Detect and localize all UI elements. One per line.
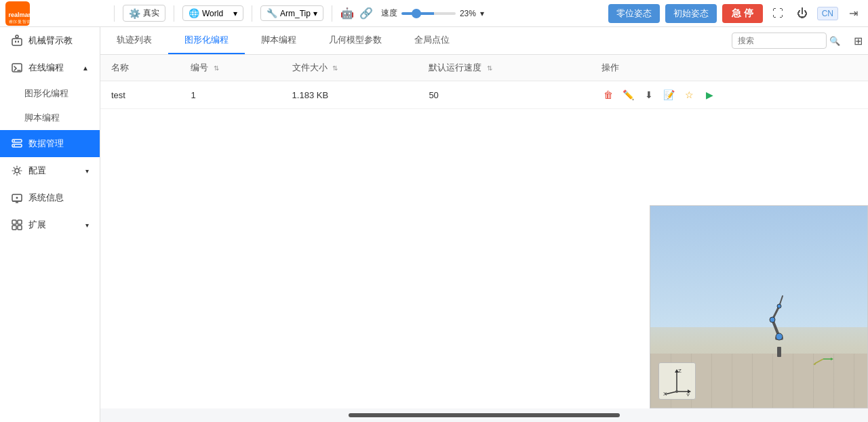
svg-point-4	[16, 35, 18, 38]
topbar-separator-1	[114, 5, 115, 22]
tab-geo-model[interactable]: 几何模型参数	[313, 27, 398, 54]
svg-text:睿尔曼智能: 睿尔曼智能	[9, 19, 31, 24]
edit-button[interactable]: ✏️	[622, 88, 635, 102]
speed-slider[interactable]	[401, 12, 456, 15]
viewport-ground-arrows	[813, 352, 833, 366]
arm-tip-selector[interactable]: 🔧 Arm_Tip ▾	[260, 5, 323, 21]
svg-rect-20	[12, 226, 16, 230]
zero-pose-button[interactable]: 零位姿态	[608, 4, 660, 23]
sidebar-label-config: 配置	[28, 165, 46, 177]
mode-label: 真实	[143, 7, 159, 19]
star-button[interactable]: ☆	[683, 88, 696, 102]
config-icon	[11, 165, 23, 177]
emergency-stop-button[interactable]: 急 停	[722, 4, 763, 23]
online-prog-chevron-icon: ▲	[82, 64, 89, 72]
online-prog-icon	[11, 62, 23, 74]
speed-value: 23%	[460, 9, 476, 18]
sidebar-label-script-prog: 脚本编程	[24, 112, 60, 124]
gripper2-icon: 🔗	[359, 7, 373, 20]
run-button[interactable]: ▶	[703, 88, 717, 102]
logo: realman 睿尔曼智能	[5, 1, 106, 26]
cell-name: test	[100, 81, 180, 109]
table-row: test 1 1.183 KB 50 🗑 ✏️ ⬇ 📝 ☆ ▶	[100, 81, 868, 109]
col-number[interactable]: 编号 ⇅	[180, 55, 281, 81]
tab-trajectory-list[interactable]: 轨迹列表	[100, 27, 168, 54]
sidebar-label-graphic-prog: 图形化编程	[24, 87, 68, 100]
sidebar-item-script-prog[interactable]: 脚本编程	[24, 106, 100, 130]
speed-chevron-icon[interactable]: ▾	[480, 9, 484, 18]
sidebar-item-online-prog[interactable]: 在线编程 ▲	[0, 54, 100, 81]
logo-icon: realman 睿尔曼智能	[5, 1, 30, 26]
cell-actions: 🗑 ✏️ ⬇ 📝 ☆ ▶	[591, 81, 868, 109]
config-chevron-icon: ▾	[85, 167, 89, 175]
cell-number: 1	[180, 81, 281, 109]
download-button[interactable]: ⬇	[642, 88, 656, 102]
fullscreen-button[interactable]: ⛶	[768, 4, 787, 23]
sidebar-item-extend[interactable]: 扩展 ▾	[0, 211, 100, 238]
speed-section: 速度 23% ▾	[381, 7, 484, 19]
sidebar-label-robot-demo: 机械臂示教	[28, 35, 73, 47]
sidebar-item-graphic-prog[interactable]: 图形化编程	[24, 81, 100, 106]
content-panel: 轨迹列表 图形化编程 脚本编程 几何模型参数 全局点位 🔍 ⊞	[100, 27, 868, 422]
language-selector[interactable]: CN	[817, 7, 838, 20]
topbar-separator-3	[252, 5, 252, 22]
svg-text:realman: realman	[9, 12, 31, 18]
svg-text:Z: Z	[678, 368, 682, 374]
arm-tip-chevron-icon: ▾	[313, 9, 317, 18]
mode-selector[interactable]: ⚙️ 真实	[123, 5, 165, 22]
topbar-separator-2	[174, 5, 174, 22]
world-icon: 🌐	[189, 8, 199, 18]
speed-label: 速度	[381, 7, 397, 19]
tab-script-prog[interactable]: 脚本编程	[245, 27, 313, 54]
gripper-icon: 🤖	[340, 7, 354, 20]
search-icon: 🔍	[829, 36, 840, 46]
init-pose-button[interactable]: 初始姿态	[665, 4, 717, 23]
sidebar: 机械臂示教 在线编程 ▲ 图形化编程 脚本编程	[0, 27, 100, 422]
sort-number-icon: ⇅	[214, 64, 219, 72]
sys-info-icon	[11, 192, 23, 204]
svg-text:Y: Y	[686, 392, 690, 396]
extend-chevron-icon: ▾	[85, 221, 89, 229]
data-mgmt-icon	[11, 138, 23, 150]
sidebar-item-data-mgmt[interactable]: 数据管理	[0, 130, 100, 157]
rename-button[interactable]: 📝	[663, 88, 676, 102]
panel-collapse-button[interactable]: ⊞	[848, 32, 868, 50]
world-label: World	[202, 9, 223, 18]
power-button[interactable]: ⏻	[793, 4, 812, 23]
search-input[interactable]	[732, 33, 827, 49]
col-speed[interactable]: 默认运行速度 ⇅	[418, 55, 590, 81]
viewport-robot-arm	[759, 293, 800, 360]
svg-marker-40	[831, 358, 833, 360]
bottom-scrollbar	[100, 408, 868, 422]
col-name: 名称	[100, 55, 180, 81]
sidebar-label-sys-info: 系统信息	[28, 192, 64, 204]
world-chevron-icon: ▾	[233, 9, 237, 18]
tabs-search-area: 🔍	[724, 33, 848, 49]
tab-global-pos[interactable]: 全局点位	[398, 27, 466, 54]
tab-graphic-prog[interactable]: 图形化编程	[168, 27, 245, 54]
svg-point-29	[777, 304, 781, 308]
sidebar-sub-online-prog: 图形化编程 脚本编程	[0, 81, 100, 130]
world-selector[interactable]: 🌐 World ▾	[182, 5, 243, 21]
3d-viewport[interactable]: 👁	[650, 205, 868, 408]
svg-point-11	[14, 140, 15, 142]
sidebar-item-robot-demo[interactable]: 机械臂示教	[0, 27, 100, 54]
svg-point-13	[15, 169, 19, 173]
tabs-bar: 轨迹列表 图形化编程 脚本编程 几何模型参数 全局点位 🔍 ⊞	[100, 27, 868, 55]
arm-tip-label: Arm_Tip	[280, 9, 311, 18]
robot-demo-icon	[11, 35, 23, 47]
sidebar-item-config[interactable]: 配置 ▾	[0, 157, 100, 184]
delete-button[interactable]: 🗑	[601, 88, 615, 102]
col-filesize[interactable]: 文件大小 ⇅	[281, 55, 418, 81]
action-icons: 🗑 ✏️ ⬇ 📝 ☆ ▶	[601, 88, 857, 102]
cell-filesize: 1.183 KB	[281, 81, 418, 109]
svg-line-33	[665, 392, 677, 394]
sidebar-item-sys-info[interactable]: 系统信息	[0, 184, 100, 211]
svg-point-38	[675, 390, 678, 393]
logout-button[interactable]: ⇥	[844, 4, 863, 23]
data-table: 名称 编号 ⇅ 文件大小 ⇅ 默认运行速度 ⇅	[100, 55, 868, 109]
cell-speed: 50	[418, 81, 590, 109]
svg-rect-6	[18, 41, 19, 43]
sort-speed-icon: ⇅	[487, 64, 492, 72]
horizontal-scrollbar[interactable]	[349, 413, 620, 417]
